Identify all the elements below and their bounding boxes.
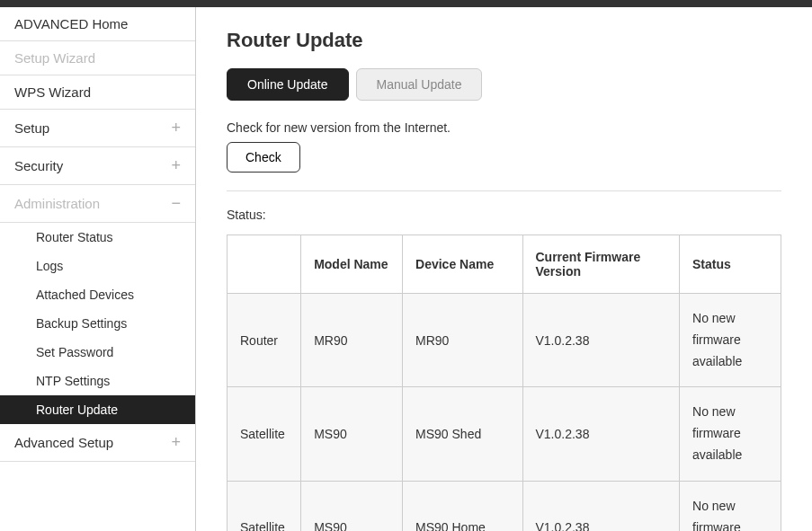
- sidebar-item-wps-wizard[interactable]: WPS Wizard: [0, 75, 195, 110]
- sidebar-label: Setup Wizard: [14, 50, 95, 66]
- table-row: Satellite MS90 MS90 Home V1.0.2.38 No ne…: [228, 481, 781, 531]
- table-header: Device Name: [403, 235, 522, 294]
- status-table: Model Name Device Name Current Firmware …: [227, 235, 781, 531]
- check-button[interactable]: Check: [227, 142, 300, 173]
- cell-type: Satellite: [228, 481, 301, 531]
- plus-icon: +: [171, 433, 181, 452]
- sidebar-item-setup-wizard: Setup Wizard: [0, 41, 195, 75]
- sidebar-sub-logs[interactable]: Logs: [0, 252, 195, 280]
- layout: ADVANCED Home Setup Wizard WPS Wizard Se…: [0, 7, 812, 531]
- cell-model: MS90: [301, 481, 403, 531]
- cell-version: V1.0.2.38: [522, 294, 680, 387]
- minus-icon: −: [171, 194, 181, 213]
- cell-model: MS90: [301, 387, 403, 481]
- cell-version: V1.0.2.38: [522, 481, 680, 531]
- sidebar-sub-label: Logs: [36, 259, 63, 273]
- sidebar-sub-label: Backup Settings: [36, 316, 127, 331]
- sidebar-sub-label: Attached Devices: [36, 288, 134, 302]
- sidebar-item-administration[interactable]: Administration −: [0, 185, 195, 223]
- sidebar-label: Setup: [14, 120, 49, 136]
- table-row: Satellite MS90 MS90 Shed V1.0.2.38 No ne…: [228, 387, 781, 481]
- cell-status: No new firmware available: [680, 481, 781, 531]
- sidebar-sub-label: Router Status: [36, 230, 113, 244]
- cell-status: No new firmware available: [680, 294, 781, 387]
- sidebar-label: Security: [14, 158, 63, 173]
- check-text: Check for new version from the Internet.: [227, 120, 781, 135]
- sidebar-sub-label: Set Password: [36, 345, 113, 359]
- sidebar-label: ADVANCED Home: [14, 16, 128, 31]
- cell-device: MS90 Shed: [403, 387, 522, 481]
- status-label: Status:: [227, 208, 781, 222]
- sidebar-sub-label: Router Update: [36, 403, 118, 417]
- cell-device: MS90 Home: [403, 481, 522, 531]
- divider: [227, 190, 781, 191]
- sidebar-sub-router-update[interactable]: Router Update: [0, 395, 195, 424]
- plus-icon: +: [171, 119, 181, 137]
- sidebar-item-setup[interactable]: Setup +: [0, 110, 195, 147]
- tab-manual-update[interactable]: Manual Update: [356, 68, 483, 101]
- plus-icon: +: [171, 156, 181, 175]
- cell-type: Router: [228, 294, 301, 387]
- cell-model: MR90: [301, 294, 403, 387]
- table-row: Router MR90 MR90 V1.0.2.38 No new firmwa…: [228, 294, 781, 387]
- sidebar-label: WPS Wizard: [14, 84, 91, 100]
- page-title: Router Update: [227, 29, 781, 52]
- table-header-row: Model Name Device Name Current Firmware …: [228, 235, 781, 294]
- sidebar-item-security[interactable]: Security +: [0, 147, 195, 185]
- sidebar-sub-backup-settings[interactable]: Backup Settings: [0, 309, 195, 338]
- main-content: Router Update Online Update Manual Updat…: [196, 7, 812, 531]
- sidebar: ADVANCED Home Setup Wizard WPS Wizard Se…: [0, 7, 196, 531]
- cell-status: No new firmware available: [680, 387, 781, 481]
- top-bar: [0, 0, 812, 7]
- table-header: Model Name: [301, 235, 403, 294]
- check-button-label: Check: [245, 150, 281, 164]
- table-header: [228, 235, 301, 294]
- sidebar-item-advanced-home[interactable]: ADVANCED Home: [0, 7, 195, 41]
- tab-label: Online Update: [247, 77, 328, 92]
- sidebar-sub-attached-devices[interactable]: Attached Devices: [0, 280, 195, 309]
- table-header: Current Firmware Version: [522, 235, 680, 294]
- cell-version: V1.0.2.38: [522, 387, 680, 481]
- sidebar-label: Advanced Setup: [14, 435, 113, 450]
- sidebar-label: Administration: [14, 196, 100, 211]
- cell-device: MR90: [403, 294, 522, 387]
- check-section: Check for new version from the Internet.…: [227, 120, 781, 173]
- tabs: Online Update Manual Update: [227, 68, 781, 101]
- sidebar-sub-router-status[interactable]: Router Status: [0, 223, 195, 252]
- sidebar-sub-set-password[interactable]: Set Password: [0, 338, 195, 367]
- tab-online-update[interactable]: Online Update: [227, 68, 349, 101]
- table-header: Status: [680, 235, 781, 294]
- sidebar-sub-ntp-settings[interactable]: NTP Settings: [0, 367, 195, 395]
- sidebar-sub-label: NTP Settings: [36, 374, 110, 388]
- sidebar-item-advanced-setup[interactable]: Advanced Setup +: [0, 424, 195, 462]
- tab-label: Manual Update: [377, 77, 462, 92]
- cell-type: Satellite: [228, 387, 301, 481]
